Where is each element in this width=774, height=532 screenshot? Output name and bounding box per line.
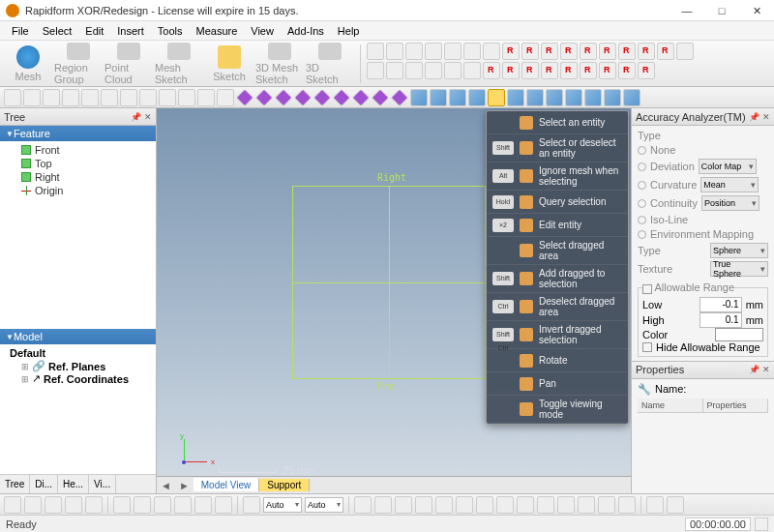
tab-display[interactable]: Di... (30, 475, 58, 493)
radio-deviation[interactable] (638, 163, 646, 171)
tool-icon[interactable] (374, 496, 392, 514)
diamond-icon[interactable] (275, 89, 292, 106)
ctx-query[interactable]: HoldQuery selection (487, 191, 628, 214)
tool-r-icon[interactable] (580, 62, 597, 79)
tab-tree[interactable]: Tree (0, 475, 30, 493)
tool-icon[interactable] (154, 496, 171, 514)
tool-icon[interactable] (618, 496, 636, 514)
view-cube-icon[interactable] (526, 89, 544, 106)
tool-r-icon[interactable] (541, 43, 558, 60)
ribbon-3d-mesh-sketch[interactable]: 3D Mesh Sketch (255, 43, 304, 85)
tool-icon[interactable] (578, 496, 595, 514)
radio-continuity[interactable] (638, 199, 646, 208)
tool-icon[interactable] (476, 496, 493, 514)
view-cube-icon[interactable] (410, 89, 428, 106)
close-button[interactable]: ✕ (739, 0, 774, 21)
ctx-invert-dragged[interactable]: Shift CtrlInvert dragged selection (487, 321, 628, 349)
tool-icon[interactable] (81, 89, 99, 106)
diamond-icon[interactable] (294, 89, 312, 106)
view-cube-icon[interactable] (623, 89, 640, 106)
tool-icon[interactable] (405, 62, 423, 79)
tool-r-icon[interactable] (483, 62, 500, 79)
tool-icon[interactable] (557, 496, 575, 514)
view-cube-icon[interactable] (565, 89, 582, 106)
tool-icon[interactable] (483, 43, 500, 60)
tree-item-origin[interactable]: Origin (4, 184, 152, 197)
view-cube-icon[interactable] (507, 89, 524, 106)
tool-r-icon[interactable] (638, 62, 655, 79)
tool-icon[interactable] (537, 496, 554, 514)
tool-icon[interactable] (367, 62, 384, 79)
diamond-icon[interactable] (313, 89, 331, 106)
view-cube-icon[interactable] (604, 89, 621, 106)
tool-icon[interactable] (243, 496, 260, 514)
ribbon-sketch[interactable]: Sketch (205, 43, 253, 85)
minimize-button[interactable]: — (670, 0, 704, 21)
tool-r-icon[interactable] (638, 43, 655, 60)
tool-icon[interactable] (395, 496, 412, 514)
view-cube-icon[interactable] (488, 89, 505, 106)
tool-icon[interactable] (113, 496, 131, 514)
tool-icon[interactable] (4, 89, 21, 106)
diamond-icon[interactable] (352, 89, 370, 106)
curvature-combo[interactable]: Mean (700, 177, 759, 192)
tool-icon[interactable] (45, 496, 62, 514)
radio-envmap[interactable] (638, 230, 646, 239)
hide-range-check[interactable] (642, 342, 652, 352)
tool-icon[interactable] (174, 496, 192, 514)
tool-r-icon[interactable] (599, 43, 616, 60)
tool-icon[interactable] (456, 496, 473, 514)
menu-file[interactable]: File (6, 23, 35, 39)
menu-tools[interactable]: Tools (152, 23, 189, 39)
tool-icon[interactable] (386, 43, 403, 60)
tool-icon[interactable] (215, 496, 232, 514)
view-cube-icon[interactable] (468, 89, 486, 106)
diamond-icon[interactable] (391, 89, 408, 106)
radio-none[interactable] (638, 146, 646, 155)
diamond-icon[interactable] (255, 89, 273, 106)
envmap-type-combo[interactable]: Sphere (710, 243, 768, 258)
tool-r-icon[interactable] (502, 43, 520, 60)
tool-icon[interactable] (23, 89, 41, 106)
tab-view[interactable]: Vi... (89, 475, 116, 493)
tool-icon[interactable] (120, 89, 137, 106)
view-cube-icon[interactable] (430, 89, 447, 106)
ctx-add-dragged[interactable]: ShiftAdd dragged to selection (487, 265, 628, 293)
view-cube-icon[interactable] (546, 89, 563, 106)
tree-item-right[interactable]: Right (4, 170, 152, 184)
tool-r-icon[interactable] (560, 62, 578, 79)
model-default[interactable]: Default (4, 346, 152, 360)
tool-icon[interactable] (405, 43, 423, 60)
tree-item-top[interactable]: Top (4, 157, 152, 170)
tool-icon[interactable] (463, 62, 481, 79)
maximize-button[interactable]: □ (704, 0, 739, 21)
tool-icon[interactable] (444, 43, 461, 60)
texture-combo[interactable]: True Sphere (710, 261, 768, 277)
ctx-toggle-view[interactable]: Toggle viewing mode (487, 396, 628, 424)
ribbon-region-group[interactable]: Region Group (54, 43, 103, 85)
feature-section-header[interactable]: Feature (0, 126, 156, 141)
auto-combo-1[interactable]: Auto (263, 497, 302, 513)
tool-r-icon[interactable] (618, 43, 636, 60)
tool-icon[interactable] (435, 496, 453, 514)
tab-nav-next[interactable]: ► (175, 480, 194, 491)
diamond-icon[interactable] (236, 89, 253, 106)
tool-icon[interactable] (134, 496, 151, 514)
tool-icon[interactable] (676, 43, 694, 60)
pin-icon[interactable]: 📌 ✕ (749, 365, 770, 374)
tool-r-icon[interactable] (560, 43, 578, 60)
low-input[interactable] (700, 297, 742, 312)
tool-icon[interactable] (194, 496, 212, 514)
tool-icon[interactable] (217, 89, 234, 106)
tool-icon[interactable] (367, 43, 384, 60)
tool-icon[interactable] (425, 62, 442, 79)
menu-measure[interactable]: Measure (190, 23, 243, 39)
tool-icon[interactable] (62, 89, 79, 106)
ribbon-mesh-sketch[interactable]: Mesh Sketch (155, 43, 203, 85)
diamond-icon[interactable] (333, 89, 350, 106)
tool-r-icon[interactable] (580, 43, 597, 60)
menu-addins[interactable]: Add-Ins (282, 23, 330, 39)
tool-icon[interactable] (178, 89, 195, 106)
tool-icon[interactable] (85, 496, 103, 514)
tool-r-icon[interactable] (502, 62, 520, 79)
